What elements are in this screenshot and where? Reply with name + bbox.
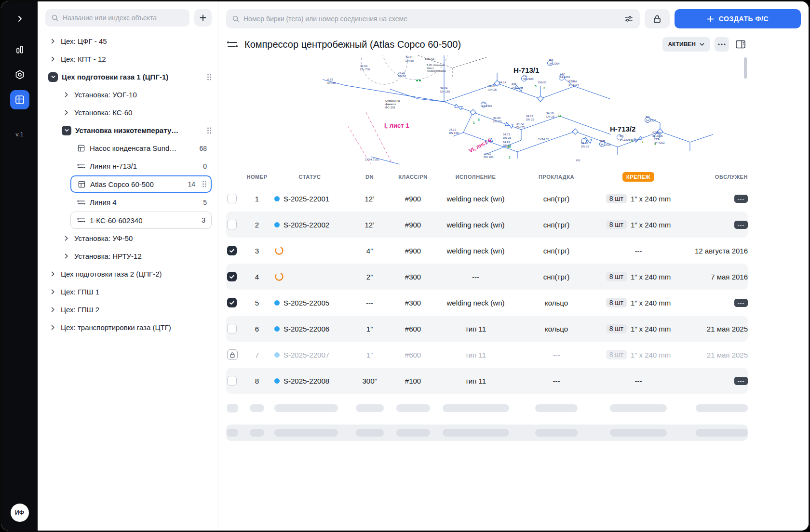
tree-item-label: Установка: НРТУ-12 [74,252,142,260]
diagram-label: 5 [478,118,480,121]
table-row[interactable]: 1S-2025-2200112’#900welding neck (wn)снп… [226,186,748,212]
tree-item-label: 1-КС-60-602340 [90,216,142,225]
item-count: 14 [188,180,197,188]
diagram-label: 34.71DN 25 [503,133,512,139]
tree-search-input[interactable] [63,14,184,22]
status-dropdown[interactable]: АКТИВЕН [662,37,710,52]
tree-search[interactable] [45,9,189,27]
cell-fastener: 8 шт1” x 240 mm [597,324,679,333]
cell-execution: --- [436,273,515,281]
tree-item[interactable]: Насос конденсата Sund…68 [45,139,212,157]
ellipsis-icon [718,43,726,45]
table-row[interactable]: 5S-2025-22005---#300welding neck (wn)кол… [226,290,748,316]
cell-fastener: 8 шт1” x 240 mm [597,220,679,229]
tag-search-input[interactable] [243,15,620,23]
tree-item[interactable]: Цех: транспортировки газа (ЦТГ) [45,319,212,336]
app-window: v.1 ИФ Цех: ЦФГ - 45Цех: КПТ - 12Цех под… [0,0,810,532]
cell-serviced: 21 мая 2025 [679,325,748,333]
diagram-label: VI, лист 6 [468,137,492,154]
create-fs-button[interactable]: СОЗДАТЬ Ф/С [675,9,801,28]
row-checkbox[interactable] [227,376,237,386]
collapse-toggle[interactable] [48,72,58,82]
drag-handle[interactable] [207,127,212,134]
avatar[interactable]: ИФ [11,504,29,522]
tree-item[interactable]: Цех подготовки газа 2 (ЦПГ-2) [45,265,212,283]
table-row[interactable]: 7S-2025-220071”#600тип 11---8 шт1” x 240… [226,342,748,368]
table-row[interactable]: 34”#900welding neck (wn)снп(трг)---12 ав… [226,238,748,264]
tree-item[interactable]: Установка низкотемперату… [45,121,212,139]
tree-item[interactable]: Линия н-713/10 [45,157,212,175]
cell-status [270,246,349,255]
tree-item[interactable]: 1-КС-60-6023403 [70,212,212,229]
serviced-empty: --- [734,195,748,203]
diagram-label: PG34.2307 [646,116,656,122]
tree-item[interactable]: Цех: ГПШ 1 [45,283,212,301]
cell-gasket: кольцо [515,299,597,307]
tree-item-label: Установка низкотемперату… [75,126,178,134]
cell-status: S-2025-22007 [270,351,349,359]
fastener-size: 1” x 240 mm [631,325,671,333]
drag-handle[interactable] [202,180,207,188]
nav-tables-button[interactable] [10,90,29,109]
nav-assets-button[interactable] [10,65,29,84]
cell-class-pn: #900 [390,247,436,255]
cell-gasket: кольцо [515,325,597,333]
row-checkbox[interactable] [227,324,237,333]
side-panel-toggle-button[interactable] [733,37,748,52]
drag-handle[interactable] [207,73,212,81]
diagram-label: I, лист 1 [384,122,409,129]
tree-item-label: Установка: КС-60 [74,108,132,117]
table-row[interactable]: 2S-2025-2200212’#900welding neck (wn)снп… [226,212,748,238]
row-checkbox[interactable] [227,220,237,229]
cell-class-pn: #300 [390,273,436,281]
diagram-scrollbar[interactable] [744,57,747,79]
diagram-label: FIRASA… [425,58,437,61]
cell-serviced: 21 мая 2025 [679,351,748,359]
row-checkbox[interactable] [227,272,237,281]
table-row[interactable]: 6S-2025-220061”#600тип 11кольцо8 шт1” x … [226,316,748,342]
diagram-label: 34.62DN 25 [488,85,497,91]
tree-item[interactable]: Atlas Copco 60-50014 [70,175,212,193]
serviced-date: 21 мая 2025 [707,351,748,359]
tree-item[interactable]: Цех подготовки газа 1 (ЦПГ-1) [45,68,212,86]
lock-button[interactable] [645,9,670,28]
pid-diagram[interactable]: H-713/1H-713/2I, лист 1VI, лист 634.61DN… [226,55,748,164]
row-checkbox[interactable] [227,194,237,203]
serviced-date: 7 мая 2016 [711,273,748,281]
cell-serviced: --- [679,195,748,203]
expand-sidebar-button[interactable] [10,12,29,26]
tree-item[interactable]: Цех: ГПШ 2 [45,301,212,319]
line-icon [77,163,86,170]
tree-item[interactable]: Линия 45 [45,193,212,211]
cell-number: 1 [243,195,270,203]
table-row[interactable]: 42”#300---снп(трг)8 шт1” x 240 mm7 мая 2… [226,264,748,290]
collapse-toggle[interactable] [62,126,71,135]
tree-item[interactable]: Установка: УФ-50 [45,229,212,247]
status-tag: S-2025-22002 [284,221,329,229]
add-object-button[interactable] [194,9,212,27]
tree-item[interactable]: Установка: КС-60 [45,104,212,121]
diagram-label: Сбросы нафакел кФС-101 [385,99,400,109]
tree-item[interactable]: Установка: НРТУ-12 [45,247,212,265]
tree-item[interactable]: Установка: УОГ-10 [45,86,212,104]
tree-item-label: Установка: УФ-50 [74,234,133,242]
tree-item[interactable]: Цех: ЦФГ - 45 [45,32,212,50]
more-actions-button[interactable] [715,37,729,52]
nav-metrics-button[interactable] [10,40,29,59]
cell-serviced: --- [679,377,748,385]
piping-icon [226,40,239,49]
sliders-icon [624,14,633,23]
line-icon [77,217,86,224]
tag-search[interactable] [226,9,640,28]
fastener-size: 1” x 240 mm [631,195,671,203]
tree-item-label: Цех: ГПШ 1 [61,288,99,296]
tree-item-label: Линия н-713/1 [90,162,137,170]
row-checkbox[interactable] [227,246,237,255]
cell-dn: 2” [349,273,390,281]
fastener-size: 1” x 240 mm [631,299,671,307]
table-row[interactable]: 8S-2025-22008300”#100тип 11--------- [226,368,748,394]
row-checkbox[interactable] [227,298,237,307]
tree-item[interactable]: Цех: КПТ - 12 [45,50,212,68]
filters-button[interactable] [623,14,634,23]
chevron-right-icon [63,109,70,116]
